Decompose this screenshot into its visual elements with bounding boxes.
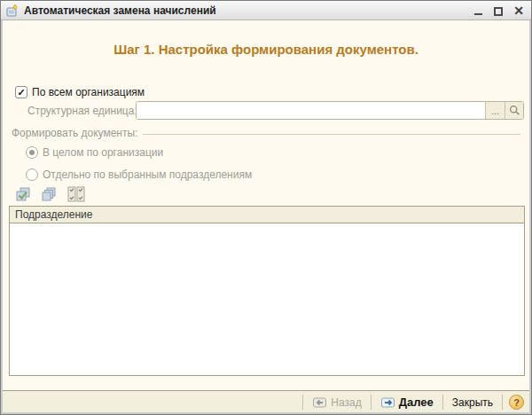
window-frame-left <box>1 20 3 414</box>
footer-divider <box>371 395 372 410</box>
structural-unit-field: ... <box>136 101 524 120</box>
radio-selected-icon <box>26 146 38 159</box>
minimize-button[interactable] <box>473 5 483 16</box>
window-frame-bottom <box>1 412 531 414</box>
invert-marks-icon[interactable] <box>65 184 88 204</box>
radio-selected-departments-label: Отдельно по выбранным подразделениям <box>43 168 252 181</box>
departments-table-body[interactable] <box>10 223 524 375</box>
structural-unit-label: Структурная единица: <box>27 105 137 117</box>
check-all-icon[interactable] <box>13 184 33 204</box>
step-heading: Шаг 1. Настройка формирования документов… <box>1 42 531 57</box>
grid-toolbar <box>13 184 88 204</box>
maximize-button[interactable] <box>493 5 504 16</box>
close-window-button[interactable]: ✕ <box>513 5 524 16</box>
all-orgs-checkbox[interactable]: ✓ <box>15 86 27 98</box>
radio-unselected-icon <box>26 168 38 181</box>
window-title: Автоматическая замена начислений <box>24 4 473 17</box>
back-button-label: Назад <box>331 396 361 409</box>
window-frame-right <box>529 20 531 414</box>
column-header-department: Подразделение <box>10 207 524 223</box>
structural-unit-ellipsis-button[interactable]: ... <box>485 102 505 119</box>
all-orgs-label[interactable]: По всем организациям <box>32 86 145 98</box>
generate-docs-label: Формировать документы: <box>12 127 137 139</box>
back-arrow-icon <box>312 396 327 409</box>
footer-divider <box>502 395 503 410</box>
footer-divider <box>302 395 303 410</box>
back-button[interactable]: Назад <box>309 395 364 411</box>
dialog-window: Автоматическая замена начислений ✕ Шаг 1… <box>0 0 532 415</box>
radio-selected-departments[interactable]: Отдельно по выбранным подразделениям <box>26 168 252 181</box>
close-button[interactable]: Закрыть <box>450 395 496 411</box>
all-orgs-row: ✓ По всем организациям <box>15 86 145 98</box>
next-arrow-icon <box>380 396 395 409</box>
radio-whole-organization-label: В целом по организации <box>43 146 163 159</box>
title-bar: Автоматическая замена начислений ✕ <box>1 1 531 20</box>
magnifier-icon[interactable] <box>505 102 523 119</box>
departments-table: Подразделение <box>9 206 525 376</box>
footer-bar: Назад Далее Закрыть ? <box>1 390 531 413</box>
group-separator-line <box>143 134 520 135</box>
footer-divider <box>442 395 443 410</box>
generate-docs-group: Формировать документы: <box>12 127 520 139</box>
stack-items-icon[interactable] <box>39 184 59 204</box>
radio-whole-organization[interactable]: В целом по организации <box>26 146 163 159</box>
structural-unit-input[interactable] <box>137 102 485 119</box>
close-button-label: Закрыть <box>452 396 493 409</box>
document-star-icon <box>5 4 20 18</box>
next-button[interactable]: Далее <box>378 394 436 411</box>
next-button-label: Далее <box>399 395 434 409</box>
help-button[interactable]: ? <box>509 395 524 410</box>
